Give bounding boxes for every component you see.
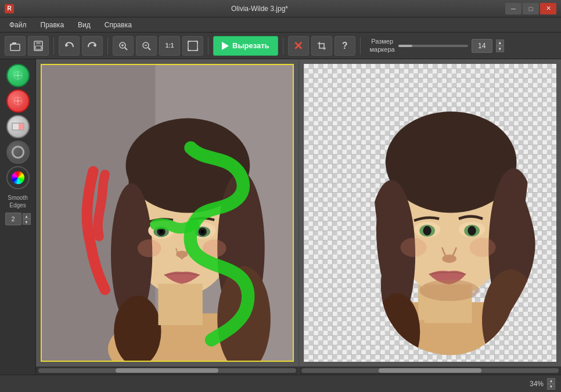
right-scrollbar-track[interactable] [301, 368, 559, 373]
svg-point-46 [138, 239, 161, 257]
menu-bar: Файл Правка Вид Справка [0, 17, 561, 33]
marker-size-label: Размермаркера [370, 38, 395, 53]
run-button[interactable]: Вырезать [213, 36, 278, 56]
toolbar-separator-2 [107, 37, 108, 55]
app-icon: R [5, 4, 14, 13]
menu-file[interactable]: Файл [2, 19, 34, 31]
open-button[interactable] [5, 36, 26, 56]
svg-line-10 [125, 48, 127, 50]
cancel-button[interactable]: ✕ [288, 36, 309, 56]
eraser-icon [12, 123, 24, 131]
zoom-decrement[interactable]: ▼ [547, 384, 555, 390]
svg-point-41 [160, 230, 163, 233]
circle-icon [12, 146, 24, 159]
menu-edit[interactable]: Правка [34, 19, 71, 31]
help-button[interactable]: ? [335, 36, 355, 56]
svg-point-71 [419, 279, 479, 301]
crop-button[interactable] [311, 36, 332, 56]
zoom-in-button[interactable] [113, 36, 134, 56]
toolbar: 1:1 Вырезать ✕ ? Размермаркера 14 ▲ ▼ [0, 33, 561, 59]
svg-rect-4 [35, 46, 41, 49]
marker-slider[interactable] [398, 45, 468, 47]
right-scrollbar-thumb[interactable] [379, 368, 481, 373]
marker-spinner: ▲ ▼ [496, 39, 504, 52]
svg-rect-14 [188, 41, 197, 51]
left-canvas-panel[interactable] [36, 59, 299, 366]
smooth-edges-control: 2 ▲ ▼ [5, 213, 31, 225]
svg-point-44 [201, 230, 204, 233]
menu-help[interactable]: Справка [98, 19, 139, 31]
tool-panel: Smooth Edges 2 ▲ ▼ [0, 59, 36, 375]
svg-rect-3 [36, 41, 41, 44]
zoom-100-button[interactable]: 1:1 [159, 36, 180, 56]
svg-point-68 [442, 254, 456, 262]
toolbar-separator-3 [208, 37, 208, 55]
smooth-edges-label: Smooth Edges [0, 194, 35, 209]
right-photo-svg [304, 64, 557, 362]
scrollbar-area [36, 366, 561, 375]
marker-size-area: Размермаркера 14 ▲ ▼ [370, 38, 504, 53]
maximize-button[interactable]: □ [523, 3, 539, 15]
eraser-button[interactable] [6, 115, 30, 138]
svg-point-70 [469, 238, 495, 257]
save-button[interactable] [28, 36, 49, 56]
main-area: Smooth Edges 2 ▲ ▼ [0, 59, 561, 375]
undo-button[interactable] [59, 36, 80, 56]
svg-rect-36 [158, 284, 202, 325]
smooth-edges-value[interactable]: 2 [5, 213, 21, 225]
svg-point-69 [400, 238, 426, 257]
circle-selector-button[interactable] [6, 141, 30, 164]
run-label: Вырезать [232, 41, 269, 50]
svg-line-13 [148, 48, 150, 50]
window-title: Olivia-Wilde 3.jpg* [14, 5, 505, 13]
window-controls: ─ □ ✕ [505, 3, 556, 15]
smooth-edges-spinner: ▲ ▼ [23, 213, 31, 225]
svg-rect-1 [12, 42, 16, 44]
smooth-edges-increment[interactable]: ▲ [23, 213, 31, 219]
canvas-panels [36, 59, 561, 366]
toolbar-separator-1 [53, 37, 54, 55]
left-scrollbar-track[interactable] [38, 368, 296, 373]
zoom-level: 34% [530, 380, 544, 388]
left-photo-svg [42, 65, 293, 361]
color-palette-button[interactable] [6, 166, 30, 189]
play-icon [222, 42, 229, 50]
svg-marker-5 [66, 44, 69, 47]
zoom-increment[interactable]: ▲ [547, 378, 555, 384]
palette-icon [12, 171, 24, 184]
marker-slider-fill [398, 45, 412, 47]
svg-marker-6 [93, 44, 96, 47]
svg-point-67 [468, 226, 476, 235]
smooth-edges-decrement[interactable]: ▼ [23, 219, 31, 225]
svg-point-65 [423, 226, 431, 235]
green-marker-button[interactable] [6, 64, 30, 87]
toolbar-separator-5 [360, 37, 361, 55]
menu-view[interactable]: Вид [71, 19, 98, 31]
close-button[interactable]: ✕ [540, 3, 556, 15]
zoom-out-button[interactable] [136, 36, 157, 56]
minimize-button[interactable]: ─ [505, 3, 522, 15]
toolbar-separator-4 [283, 37, 283, 55]
status-bar: 34% ▲ ▼ [0, 375, 561, 392]
right-canvas-panel[interactable] [299, 59, 562, 366]
marker-increment[interactable]: ▲ [496, 39, 504, 46]
redo-button[interactable] [82, 36, 103, 56]
marker-decrement[interactable]: ▼ [496, 46, 504, 52]
zoom-fit-button[interactable] [182, 36, 203, 56]
zoom-spinner: ▲ ▼ [547, 378, 555, 390]
left-scrollbar[interactable] [36, 366, 299, 375]
marker-value[interactable]: 14 [472, 39, 492, 53]
right-scrollbar[interactable] [299, 366, 562, 375]
left-scrollbar-thumb[interactable] [116, 368, 218, 373]
red-marker-button[interactable] [6, 89, 30, 113]
canvas-area [36, 59, 561, 375]
title-bar: R Olivia-Wilde 3.jpg* ─ □ ✕ [0, 0, 561, 17]
